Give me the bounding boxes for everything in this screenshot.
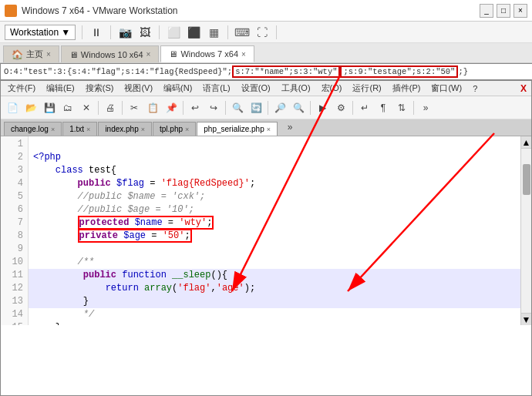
- save-all-icon[interactable]: 🗂: [59, 99, 76, 116]
- view3-icon[interactable]: ▦: [206, 25, 221, 40]
- menu-edit[interactable]: 编辑(E): [44, 82, 77, 94]
- more-icon[interactable]: »: [417, 99, 434, 116]
- menu-window[interactable]: 窗口(W): [429, 82, 464, 94]
- title-bar: Windows 7 x64 - VMware Workstation _ □ ×: [0, 0, 532, 22]
- line-num-15: 15: [5, 321, 23, 325]
- vm-tab-win10[interactable]: 🖥 Windows 10 x64 ×: [61, 45, 160, 62]
- word-wrap-icon[interactable]: ↵: [356, 99, 373, 116]
- toolbar-sep-1: [98, 101, 99, 115]
- line-num-10: 10: [5, 256, 23, 269]
- menu-run[interactable]: 运行(R): [350, 82, 383, 94]
- vm-tab-win10-close[interactable]: ×: [146, 50, 151, 59]
- scroll-up-button[interactable]: ▲: [521, 136, 531, 149]
- vm-tab-win7-close[interactable]: ×: [241, 50, 246, 59]
- sync-icon[interactable]: ⇅: [393, 99, 410, 116]
- menu-encoding[interactable]: 编码(N): [161, 82, 194, 94]
- line-num-11: 11: [5, 269, 23, 282]
- code-line-10: public function __sleep(){: [33, 270, 227, 280]
- open-file-icon[interactable]: 📂: [22, 99, 39, 116]
- win10-icon: 🖥: [69, 50, 78, 59]
- file-tab-1txt[interactable]: 1.txt ×: [62, 122, 97, 136]
- paste-icon[interactable]: 📌: [163, 99, 180, 116]
- minimize-button[interactable]: _: [480, 4, 493, 18]
- notepad-x-close[interactable]: X: [520, 83, 527, 94]
- vm-tab-home-label: 主页: [26, 49, 43, 60]
- show-all-icon[interactable]: ¶: [375, 99, 392, 116]
- workstation-menu-button[interactable]: Workstation ▼: [5, 25, 76, 40]
- undo-icon[interactable]: ↩: [187, 99, 204, 116]
- file-tab-phpserialize[interactable]: php_serialize.php ×: [197, 122, 278, 136]
- file-tab-indexphp[interactable]: index.php ×: [98, 122, 152, 136]
- snapshot-icon[interactable]: 📷: [117, 25, 133, 40]
- settings-icon[interactable]: ⚙: [332, 99, 349, 116]
- close-icon[interactable]: ✕: [78, 99, 95, 116]
- menu-help[interactable]: ?: [470, 84, 480, 93]
- file-tab-tplphp[interactable]: tpl.php ×: [153, 122, 196, 136]
- tplphp-tab-close[interactable]: ×: [185, 126, 189, 133]
- vm-tab-home-close[interactable]: ×: [46, 50, 51, 59]
- indexphp-tab-label: index.php: [105, 125, 138, 133]
- copy-icon[interactable]: 📋: [144, 99, 161, 116]
- line-num-9: 9: [5, 243, 23, 256]
- vm-tab-win10-label: Windows 10 x64: [81, 50, 143, 59]
- pause-icon[interactable]: ⏸: [89, 25, 104, 40]
- toolbar-sep-2: [122, 101, 123, 115]
- indexphp-tab-close[interactable]: ×: [141, 126, 145, 133]
- print-icon[interactable]: 🖨: [102, 99, 119, 116]
- phpserialize-tab-label: php_serialize.php: [204, 125, 264, 133]
- save-file-icon[interactable]: 💾: [41, 99, 58, 116]
- snapshot2-icon[interactable]: 🖼: [137, 25, 153, 40]
- toolbar-separator-3: [159, 25, 160, 39]
- code-line-1: <?php: [33, 152, 61, 163]
- menu-macro[interactable]: 宏(O): [319, 82, 345, 94]
- view2-icon[interactable]: ⬛: [186, 25, 201, 40]
- ctrl-alt-del-icon[interactable]: ⌨: [234, 25, 250, 40]
- workstation-label: Workstation: [10, 27, 59, 38]
- vmware-icon: [5, 5, 17, 17]
- new-file-icon[interactable]: 📄: [4, 99, 21, 116]
- scroll-down-button[interactable]: ▼: [521, 313, 531, 325]
- menu-tools[interactable]: 工具(O): [279, 82, 313, 94]
- cut-icon[interactable]: ✂: [126, 99, 143, 116]
- replace-icon[interactable]: 🔄: [247, 99, 264, 116]
- menu-language[interactable]: 语言(L): [200, 82, 232, 94]
- find-icon[interactable]: 🔍: [229, 99, 246, 116]
- menu-settings[interactable]: 设置(O): [239, 82, 273, 94]
- maximize-button[interactable]: □: [497, 4, 510, 18]
- code-line-12: }: [33, 296, 89, 307]
- 1txt-tab-label: 1.txt: [69, 125, 84, 133]
- menu-plugins[interactable]: 插件(P): [390, 82, 423, 94]
- changelog-tab-close[interactable]: ×: [51, 126, 55, 133]
- view1-icon[interactable]: ⬜: [166, 25, 181, 40]
- vmware-toolbar: Workstation ▼ ⏸ 📷 🖼 ⬜ ⬛ ▦ ⌨ ⛶: [0, 22, 532, 43]
- code-line-7: private $age = '50';: [33, 229, 192, 243]
- toolbar-sep-3: [183, 101, 184, 115]
- code-line-14: }: [33, 322, 61, 325]
- fullscreen-icon[interactable]: ⛶: [254, 25, 270, 40]
- vm-tab-win7[interactable]: 🖥 Windows 7 x64 ×: [160, 45, 254, 62]
- close-button[interactable]: ×: [513, 4, 527, 18]
- code-line-9: /**: [33, 257, 94, 267]
- zoom-out-icon[interactable]: 🔍: [290, 99, 307, 116]
- vm-tab-home[interactable]: 🏠 主页 ×: [3, 45, 59, 62]
- menu-file[interactable]: 文件(F): [5, 82, 38, 94]
- file-tab-changelog[interactable]: change.log ×: [4, 122, 62, 136]
- 1txt-tab-close[interactable]: ×: [86, 126, 90, 133]
- menu-search[interactable]: 搜索(S): [83, 82, 116, 94]
- toolbar-separator-4: [227, 25, 228, 39]
- run-icon[interactable]: ▶: [314, 99, 331, 116]
- redo-icon[interactable]: ↪: [205, 99, 222, 116]
- tplphp-tab-label: tpl.php: [160, 125, 183, 133]
- scrollbar-thumb[interactable]: [523, 164, 530, 195]
- toolbar-separator-5: [276, 25, 277, 39]
- phpserialize-tab-close[interactable]: ×: [267, 126, 271, 133]
- file-tab-bar: change.log × 1.txt × index.php × tpl.php…: [1, 119, 531, 136]
- line-num-14: 14: [5, 308, 23, 321]
- zoom-in-icon[interactable]: 🔎: [271, 99, 288, 116]
- tab-more-icon[interactable]: »: [281, 119, 298, 136]
- annotation-highlight-1: s:7:"*name";s:3:"wty": [232, 65, 340, 78]
- vertical-scrollbar[interactable]: ▲ ▼: [520, 136, 531, 325]
- code-content[interactable]: <?php class test{ public $flag = 'flag{R…: [29, 136, 520, 325]
- menu-view[interactable]: 视图(V): [122, 82, 155, 94]
- code-line-2: class test{: [33, 165, 116, 176]
